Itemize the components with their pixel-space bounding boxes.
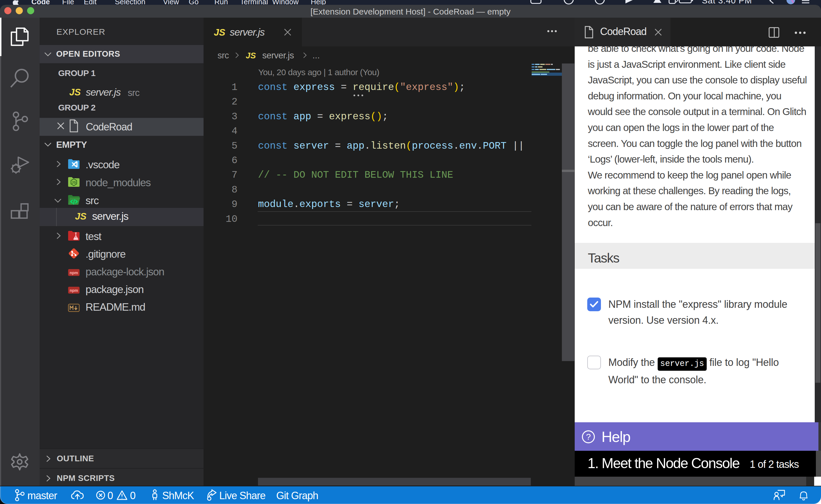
svg-text:npm: npm (70, 288, 78, 293)
svg-text:npm: npm (70, 271, 78, 275)
svg-text:?: ? (586, 432, 591, 441)
svg-text:Sat 3:40 PM: Sat 3:40 PM (702, 0, 752, 5)
svg-text:JS: JS (71, 180, 76, 185)
